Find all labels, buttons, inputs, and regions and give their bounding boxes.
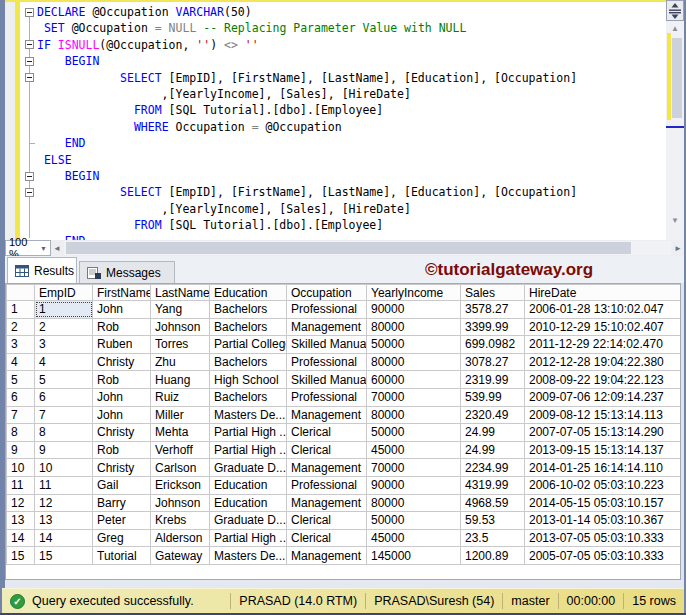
grid-cell[interactable]: Johnson [151,494,210,512]
grid-cell[interactable]: 2007-07-05 15:13:14.290 [525,424,682,442]
grid-cell[interactable]: Education [210,476,287,494]
grid-cell[interactable]: 4319.99 [461,476,525,494]
grid-cell[interactable]: Zhu [151,353,210,371]
grid-cell[interactable]: Management [287,494,367,512]
grid-cell[interactable]: 4 [35,353,93,371]
column-header-Sales[interactable]: Sales [461,285,525,301]
column-header-FirstName[interactable]: FirstName [93,285,151,301]
grid-cell[interactable]: 3078.27 [461,353,525,371]
grid-cell[interactable]: Gail [93,476,151,494]
row-header[interactable]: 13 [7,512,35,530]
grid-cell[interactable]: 12 [35,494,93,512]
grid-cell[interactable]: Professional [287,476,367,494]
grid-cell[interactable]: 10 [35,459,93,477]
grid-cell[interactable]: 11 [35,476,93,494]
row-header[interactable]: 14 [7,529,35,547]
grid-cell[interactable]: 2013-01-14 05:03:10.367 [525,512,682,530]
grid-cell[interactable]: Erickson [151,476,210,494]
grid-cell[interactable]: Graduate D... [210,512,287,530]
tab-results[interactable]: Results [7,257,77,283]
scroll-left-button[interactable]: ◄ [51,244,63,253]
grid-cell[interactable]: Christy [93,459,151,477]
grid-cell[interactable]: 8 [35,424,93,442]
grid-cell[interactable]: Professional [287,388,367,406]
grid-cell[interactable]: 90000 [367,476,461,494]
grid-cell[interactable]: 5 [35,371,93,389]
row-header[interactable]: 15 [7,547,35,565]
grid-cell[interactable]: 2008-09-22 19:04:22.123 [525,371,682,389]
grid-cell[interactable]: Yang [151,301,210,319]
grid-cell[interactable]: Partial High ... [210,529,287,547]
grid-cell[interactable]: Verhoff [151,441,210,459]
window-splitter-handle[interactable] [666,0,684,21]
grid-cell[interactable]: 24.99 [461,424,525,442]
grid-cell[interactable]: Alderson [151,529,210,547]
row-header[interactable]: 1 [7,301,35,319]
column-header-Occupation[interactable]: Occupation [287,285,367,301]
grid-cell[interactable]: Partial High ... [210,424,287,442]
grid-cell[interactable]: Masters De... [210,547,287,565]
column-header-YearlyIncome[interactable]: YearlyIncome [367,285,461,301]
grid-cell[interactable]: 23.5 [461,529,525,547]
grid-cell[interactable]: 9 [35,441,93,459]
grid-cell[interactable]: Partial High ... [210,441,287,459]
grid-cell[interactable]: 3578.27 [461,301,525,319]
grid-cell[interactable]: 1200.89 [461,547,525,565]
grid-cell[interactable]: Peter [93,512,151,530]
grid-cell[interactable]: 2014-05-15 05:03:10.157 [525,494,682,512]
grid-cell[interactable]: 50000 [367,336,461,354]
grid-cell[interactable]: 15 [35,547,93,565]
grid-cell[interactable]: Ruben [93,336,151,354]
grid-cell[interactable]: 80000 [367,494,461,512]
fold-collapse-box[interactable] [25,40,34,49]
grid-cell[interactable]: 45000 [367,441,461,459]
results-grid[interactable]: EmpIDFirstNameLastNameEducationOccupatio… [5,283,681,580]
grid-cell[interactable]: 2234.99 [461,459,525,477]
grid-cell[interactable]: Bachelors [210,301,287,319]
fold-collapse-box[interactable] [25,172,34,181]
grid-cell[interactable]: Rob [93,371,151,389]
grid-cell[interactable]: High School [210,371,287,389]
scroll-right-button[interactable]: ► [672,244,684,253]
grid-cell[interactable]: 59.53 [461,512,525,530]
grid-cell[interactable]: Clerical [287,529,367,547]
grid-cell[interactable]: 2013-07-05 05:03:10.333 [525,529,682,547]
grid-cell[interactable]: Bachelors [210,318,287,336]
grid-cell[interactable]: Clerical [287,441,367,459]
grid-cell[interactable]: 24.99 [461,441,525,459]
grid-cell[interactable]: 6 [35,388,93,406]
grid-cell[interactable]: Barry [93,494,151,512]
fold-collapse-box[interactable] [25,57,34,66]
grid-cell[interactable]: 2005-07-05 05:03:10.333 [525,547,682,565]
grid-cell[interactable]: 45000 [367,529,461,547]
grid-cell[interactable]: 7 [35,406,93,424]
grid-cell[interactable]: 3399.99 [461,318,525,336]
grid-cell[interactable]: Management [287,318,367,336]
horizontal-scrollbar-thumb[interactable] [66,242,631,254]
grid-cell[interactable]: 2 [35,318,93,336]
column-header-Education[interactable]: Education [210,285,287,301]
grid-cell[interactable]: 2320.49 [461,406,525,424]
grid-cell[interactable]: 50000 [367,424,461,442]
grid-cell[interactable]: 2006-01-28 13:10:02.047 [525,301,682,319]
grid-cell[interactable]: Carlson [151,459,210,477]
grid-cell[interactable]: 60000 [367,371,461,389]
grid-cell[interactable]: 80000 [367,353,461,371]
grid-cell[interactable]: John [93,406,151,424]
column-header-EmpID[interactable]: EmpID [35,285,93,301]
grid-cell[interactable]: Management [287,547,367,565]
grid-cell[interactable]: Krebs [151,512,210,530]
grid-cell[interactable]: 2319.99 [461,371,525,389]
grid-cell[interactable]: Professional [287,353,367,371]
grid-cell[interactable]: Christy [93,353,151,371]
row-header[interactable]: 6 [7,388,35,406]
grid-cell[interactable]: Clerical [287,512,367,530]
grid-cell[interactable]: Skilled Manual [287,371,367,389]
grid-cell[interactable]: Ruiz [151,388,210,406]
grid-cell[interactable]: 14 [35,529,93,547]
fold-collapse-box[interactable] [25,8,34,17]
row-header[interactable]: 8 [7,424,35,442]
grid-cell[interactable]: 90000 [367,301,461,319]
row-header[interactable]: 2 [7,318,35,336]
grid-cell[interactable]: John [93,301,151,319]
